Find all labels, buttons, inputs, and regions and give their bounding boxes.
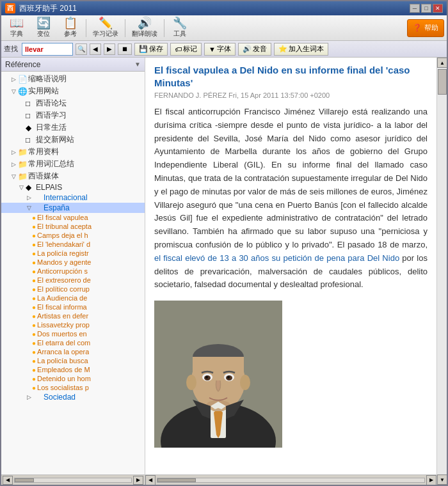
- news-bullet-icon-7: ●: [32, 268, 36, 275]
- content-scroll-left[interactable]: ◀: [145, 475, 156, 485]
- sidebar-scroll-thumb[interactable]: [15, 478, 34, 482]
- news-item-5[interactable]: ● La policía registr: [1, 249, 145, 258]
- main-area: Référence ▼ ▷ 📄 缩略语说明 ▽ 🌐 实用网站: [1, 58, 447, 485]
- scroll-track[interactable]: [437, 68, 447, 474]
- save-button[interactable]: 💾 保存: [134, 43, 168, 56]
- news-bullet-icon-6: ●: [32, 259, 36, 266]
- ref-button[interactable]: 📋 参考: [58, 17, 83, 40]
- new-sites-label: 提交新网站: [36, 134, 74, 145]
- translate-button[interactable]: 🔊 翻译朗读: [128, 17, 161, 40]
- news-item-13[interactable]: ● Lissavetzky prop: [1, 320, 145, 329]
- news-item-9[interactable]: ● El político corrup: [1, 285, 145, 294]
- sidebar-item-sociedad[interactable]: ▷ Sociedad: [1, 392, 145, 402]
- minimize-button[interactable]: ─: [410, 4, 420, 13]
- main-window: 西 西班牙助手 2011 ─ □ ✕ 📖 字典 🔄 变位 📋 参考 ✏️ 学习记…: [0, 0, 448, 486]
- close-button[interactable]: ✕: [433, 4, 443, 13]
- stop-button[interactable]: ⏹: [118, 43, 132, 55]
- tools-button[interactable]: 🔧 工具: [167, 17, 193, 40]
- sidebar-item-common-vocab[interactable]: ▷ 📁 常用词汇总结: [1, 158, 145, 170]
- sidebar-item-elpais[interactable]: ▽ ◆ ELPAIS: [1, 182, 145, 192]
- news-label-4: El 'lehendakari' d: [37, 240, 90, 248]
- sidebar-item-spanish-media[interactable]: ▽ 📁 西语媒体: [1, 170, 145, 182]
- speech-button[interactable]: 🔊 发音: [238, 43, 271, 56]
- article-content[interactable]: El fiscal vapulea a Del Nido en su infor…: [145, 58, 436, 474]
- mark-icon: 🏷: [175, 45, 182, 53]
- scroll-up-button[interactable]: ▲: [437, 58, 447, 68]
- news-item-12[interactable]: ● Artistas en defer: [1, 311, 145, 320]
- help-label: 帮助: [424, 23, 438, 33]
- news-item-14[interactable]: ● Dos muertos en: [1, 329, 145, 338]
- zoom-in-button[interactable]: 🔍: [76, 43, 87, 55]
- sidebar-item-practical-web[interactable]: ▽ 🌐 实用网站: [1, 85, 145, 97]
- dict-button[interactable]: 📖 字典: [4, 17, 29, 40]
- person-photo: [154, 301, 282, 448]
- article-body: El fiscal anticorrupción Francisco Jimén…: [154, 106, 428, 292]
- sidebar-item-new-sites[interactable]: □ 提交新网站: [1, 134, 145, 146]
- news-item-4[interactable]: ● El 'lehendakari' d: [1, 240, 145, 249]
- change-label: 变位: [37, 29, 50, 38]
- ref-icon: 📋: [63, 17, 77, 29]
- news-item-6[interactable]: ● Mandos y agente: [1, 258, 145, 267]
- news-bullet-icon-10: ●: [32, 295, 36, 302]
- sidebar-scroll-left[interactable]: ◀: [3, 476, 13, 485]
- maximize-button[interactable]: □: [421, 4, 431, 13]
- sidebar-scrollbar: ◀ ▶: [1, 474, 145, 485]
- forward-button[interactable]: ▶: [104, 43, 115, 55]
- news-bullet-icon-17: ●: [32, 357, 36, 364]
- practical-web-label: 实用网站: [28, 86, 59, 97]
- abbreviation-label: 缩略语说明: [28, 74, 67, 84]
- news-label-19: Detenido un hom: [37, 375, 91, 382]
- news-item-8[interactable]: ● El extresorero de: [1, 276, 145, 285]
- news-label-9: El político corrup: [37, 285, 90, 293]
- news-label-18: Empleados de M: [37, 366, 90, 373]
- sidebar-scroll-track[interactable]: [14, 478, 132, 483]
- news-item-7[interactable]: ● Anticorrupción s: [1, 267, 145, 276]
- back-button[interactable]: ◀: [90, 43, 101, 55]
- content-scroll-track[interactable]: [157, 478, 425, 483]
- sidebar-item-daily-life[interactable]: ◆ 日常生活: [1, 122, 145, 134]
- sidebar-item-common-ref[interactable]: ▷ 📁 常用资料: [1, 146, 145, 158]
- sidebar-item-abbreviation[interactable]: ▷ 📄 缩略语说明: [1, 73, 145, 85]
- svg-point-8: [186, 375, 196, 390]
- news-item-18[interactable]: ● Empleados de M: [1, 365, 145, 374]
- sidebar-scroll-right[interactable]: ▶: [133, 476, 143, 485]
- scroll-down-button[interactable]: ▼: [437, 474, 447, 485]
- news-item-11[interactable]: ● El fiscal informa: [1, 302, 145, 311]
- mark-button[interactable]: 🏷 标记: [170, 43, 202, 56]
- news-item-16[interactable]: ● Arranca la opera: [1, 347, 145, 356]
- news-bullet-icon-16: ●: [32, 349, 36, 356]
- sidebar-item-espana[interactable]: ▽ España: [1, 203, 145, 213]
- change-button[interactable]: 🔄 变位: [31, 17, 56, 40]
- news-item-15[interactable]: ● El etarra del com: [1, 338, 145, 347]
- add-vocab-button[interactable]: ⭐ 加入生词本: [274, 43, 328, 56]
- sidebar-item-spanish-forum[interactable]: □ 西语论坛: [1, 97, 145, 109]
- news-item-17[interactable]: ● La policía busca: [1, 356, 145, 365]
- sidebar-tree[interactable]: ▷ 📄 缩略语说明 ▽ 🌐 实用网站 □ 西语论坛: [1, 72, 145, 474]
- help-button[interactable]: ❓ 帮助: [407, 19, 444, 37]
- sidebar-collapse-icon[interactable]: ▼: [134, 61, 141, 68]
- news-bullet-icon-18: ●: [32, 366, 36, 373]
- save-label: 保存: [149, 44, 163, 54]
- sidebar-header: Référence ▼: [1, 58, 145, 72]
- right-scrollbar: ▲ ▼: [436, 58, 447, 485]
- dict-label: 字典: [10, 29, 23, 38]
- content-scroll-thumb[interactable]: [157, 478, 196, 482]
- search-bar: 查找 🔍 ◀ ▶ ⏹ 💾 保存 🏷 标记 ▼ 字体 🔊 发音 ⭐ 加入生词本: [1, 41, 447, 58]
- sidebar-item-spanish-study[interactable]: □ 西语学习: [1, 109, 145, 122]
- study-button[interactable]: ✏️ 学习记录: [89, 17, 122, 40]
- news-item-3[interactable]: ● Camps deja el h: [1, 231, 145, 240]
- news-item-2[interactable]: ● El tribunal acepta: [1, 222, 145, 231]
- news-item-20[interactable]: ● Los socialistas p: [1, 383, 145, 392]
- sidebar-item-international[interactable]: ▷ Internacional: [1, 192, 145, 203]
- content-scroll-right[interactable]: ▶: [426, 475, 436, 485]
- window-title: 西班牙助手 2011: [19, 3, 410, 14]
- translate-icon: 🔊: [138, 17, 152, 29]
- news-item-19[interactable]: ● Detenido un hom: [1, 374, 145, 383]
- news-item-1[interactable]: ● El fiscal vapulea: [1, 213, 145, 222]
- font-button[interactable]: ▼ 字体: [204, 43, 236, 56]
- search-input[interactable]: [22, 43, 73, 56]
- news-item-10[interactable]: ● La Audiencia de: [1, 294, 145, 302]
- news-bullet-icon-11: ●: [32, 304, 36, 311]
- news-bullet-icon-4: ●: [32, 241, 36, 248]
- scroll-thumb[interactable]: [438, 69, 447, 95]
